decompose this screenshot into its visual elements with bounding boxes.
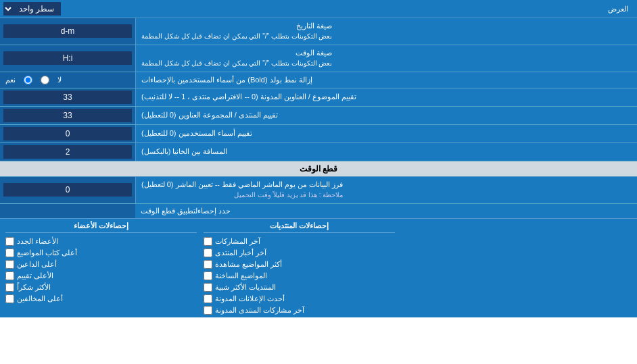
date-format-input-cell	[0, 18, 135, 45]
date-format-label: صيغة التاريخبعض التكوينات يتطلب "/" التي…	[135, 18, 637, 45]
user-sort-row: تقييم أسماء المستخدمين (0 للتعطيل)	[0, 125, 637, 143]
checkbox-item-5: المنتديات الأكثر شبية	[204, 283, 395, 292]
empty-label-col	[402, 222, 632, 315]
stats-apply-label: حدد إحصاءلتطبيق قطع الوقت	[135, 204, 637, 218]
radio-no-label: لا	[57, 76, 62, 84]
checkbox-item-m5: الأكثر شكراً	[5, 283, 197, 292]
checkbox-label-4: المواضيع الساخنة	[215, 271, 267, 280]
user-sort-input[interactable]	[3, 127, 132, 140]
checkbox-5[interactable]	[204, 283, 212, 292]
checkbox-label-m5: الأكثر شكراً	[17, 283, 51, 292]
checkbox-item-m1: الأعضاء الجدد	[5, 237, 197, 246]
radio-no[interactable]	[41, 76, 49, 84]
checkbox-item-m2: أعلى كتاب المواضيع	[5, 249, 197, 257]
checkbox-label-6: أحدث الإعلانات المدونة	[215, 294, 285, 303]
checkbox-label-m4: الأعلى تقييم	[17, 271, 53, 280]
date-format-row: صيغة التاريخبعض التكوينات يتطلب "/" التي…	[0, 18, 637, 45]
bold-remove-row: إزالة نمط بولد (Bold) من أسماء المستخدمي…	[0, 72, 637, 88]
checkbox-item-3: أكثر المواضيع مشاهدة	[204, 260, 395, 269]
topic-sort-input-cell	[0, 88, 135, 106]
checkbox-label-m2: أعلى كتاب المواضيع	[17, 249, 77, 257]
checkbox-item-1: آخر المشاركات	[204, 237, 395, 246]
checkbox-label-2: آخر أخبار المنتدى	[215, 249, 266, 257]
topic-sort-input[interactable]	[3, 90, 132, 104]
checkbox-item-2: آخر أخبار المنتدى	[204, 249, 395, 257]
checkbox-item-m6: أعلى المخالفين	[5, 294, 197, 303]
bold-remove-radio-cell: لا نعم	[0, 72, 135, 88]
checkbox-3[interactable]	[204, 260, 212, 269]
checkbox-item-m4: الأعلى تقييم	[5, 271, 197, 280]
forum-sort-label: تقييم المنتدى / المجموعة العناوين (0 للت…	[135, 107, 637, 124]
checkbox-6[interactable]	[204, 294, 212, 303]
stats-apply-row: حدد إحصاءلتطبيق قطع الوقت	[0, 204, 637, 219]
topic-sort-row: تقييم الموضوع / العناوين المدونة (0 -- ا…	[0, 88, 637, 107]
stats-apply-cell-spacer	[0, 204, 135, 218]
checkbox-label-m3: أعلى الداعين	[17, 260, 57, 269]
user-sort-label: تقييم أسماء المستخدمين (0 للتعطيل)	[135, 125, 637, 142]
checkboxes-area: إحصاءلات المنتديات آخر المشاركات آخر أخب…	[0, 219, 637, 317]
forum-sort-input-cell	[0, 107, 135, 124]
time-cut-input-cell	[0, 177, 135, 203]
member-stats-col: إحصاءلات الأعضاء الأعضاء الجدد أعلى كتاب…	[5, 222, 197, 315]
time-format-input-cell	[0, 45, 135, 72]
bold-remove-label: إزالة نمط بولد (Bold) من أسماء المستخدمي…	[135, 72, 637, 88]
checkbox-m4[interactable]	[5, 271, 14, 280]
time-format-input[interactable]	[3, 51, 132, 65]
member-stats-header: إحصاءلات الأعضاء	[5, 222, 197, 233]
column-space-input-cell	[0, 143, 135, 161]
checkbox-4[interactable]	[204, 271, 212, 280]
time-cut-label: فرز البيانات من يوم الماشر الماضي فقط --…	[135, 177, 637, 203]
date-format-input[interactable]	[3, 24, 132, 38]
checkbox-item-4: المواضيع الساخنة	[204, 271, 395, 280]
checkbox-2[interactable]	[204, 249, 212, 257]
forum-stats-col: إحصاءلات المنتديات آخر المشاركات آخر أخب…	[204, 222, 395, 315]
checkbox-label-m6: أعلى المخالفين	[17, 294, 63, 303]
display-dropdown[interactable]: سطر واحد سطرين ثلاثة أسطر	[3, 2, 61, 16]
display-mode-row: العرض سطر واحد سطرين ثلاثة أسطر	[0, 0, 637, 18]
topic-sort-label: تقييم الموضوع / العناوين المدونة (0 -- ا…	[135, 88, 637, 106]
checkbox-label-3: أكثر المواضيع مشاهدة	[215, 260, 282, 269]
checkbox-label-m1: الأعضاء الجدد	[17, 237, 58, 246]
radio-yes[interactable]	[24, 76, 32, 84]
column-space-row: المسافة بين الخانيا (بالبكسل)	[0, 143, 637, 161]
forum-stats-header: إحصاءلات المنتديات	[204, 222, 395, 233]
checkbox-m6[interactable]	[5, 294, 14, 303]
forum-sort-input[interactable]	[3, 109, 132, 122]
radio-yes-label: نعم	[5, 76, 16, 84]
time-format-label: صيغة الوقتبعض التكوينات يتطلب "/" التي ي…	[135, 45, 637, 72]
checkbox-m1[interactable]	[5, 237, 14, 246]
checkbox-label-5: المنتديات الأكثر شبية	[215, 283, 276, 292]
checkbox-1[interactable]	[204, 237, 212, 246]
checkbox-item-6: أحدث الإعلانات المدونة	[204, 294, 395, 303]
column-space-label: المسافة بين الخانيا (بالبكسل)	[135, 143, 637, 161]
checkbox-label-1: آخر المشاركات	[215, 237, 260, 246]
time-cut-header: قطع الوقت	[0, 161, 637, 177]
forum-sort-row: تقييم المنتدى / المجموعة العناوين (0 للت…	[0, 107, 637, 125]
checkbox-m5[interactable]	[5, 283, 14, 292]
checkbox-label-7: آخر مشاركات المنتدى المدونة	[215, 306, 304, 315]
user-sort-input-cell	[0, 125, 135, 142]
checkbox-m2[interactable]	[5, 249, 14, 257]
time-cut-row: فرز البيانات من يوم الماشر الماضي فقط --…	[0, 177, 637, 204]
checkbox-7[interactable]	[204, 306, 212, 315]
checkbox-item-7: آخر مشاركات المنتدى المدونة	[204, 306, 395, 315]
checkbox-item-m3: أعلى الداعين	[5, 260, 197, 269]
time-cut-input[interactable]	[3, 183, 132, 197]
column-space-input[interactable]	[3, 145, 132, 159]
time-format-row: صيغة الوقتبعض التكوينات يتطلب "/" التي ي…	[0, 45, 637, 72]
display-label: العرض	[61, 5, 634, 14]
checkbox-m3[interactable]	[5, 260, 14, 269]
